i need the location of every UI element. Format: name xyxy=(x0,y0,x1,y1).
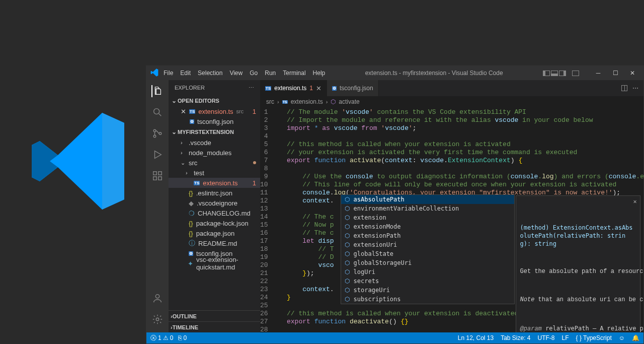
menu-edit[interactable]: Edit xyxy=(180,70,191,77)
status-bell-icon[interactable]: 🔔 xyxy=(632,334,639,341)
layout-controls[interactable] xyxy=(543,71,579,76)
vscode-logo[interactable] xyxy=(28,101,128,222)
sidebar-title: EXPLORER xyxy=(175,85,205,91)
tree-item[interactable]: ⌄src xyxy=(169,158,260,168)
open-editor-item[interactable]: ✕ TS extension.ts src 1 xyxy=(169,106,260,116)
breadcrumb[interactable]: src› TS extension.ts› ⬡ activate xyxy=(260,96,643,107)
app-icon xyxy=(150,68,158,78)
window: File Edit Selection View Go Run Terminal… xyxy=(146,65,644,344)
svg-rect-5 xyxy=(153,177,156,180)
explorer-icon[interactable] xyxy=(151,85,164,97)
tab-bar: TS extension.ts 1 ✕ ⚙ tsconfig.json ⋯ xyxy=(260,80,643,96)
menu-terminal[interactable]: Terminal xyxy=(283,70,305,77)
account-icon[interactable] xyxy=(151,292,164,304)
svg-rect-7 xyxy=(158,172,162,175)
method-icon: ⬡ xyxy=(344,196,351,203)
search-icon[interactable] xyxy=(151,106,164,118)
hint-close-icon[interactable]: ✕ xyxy=(633,198,636,206)
intellisense-item[interactable]: ⬡globalStorageUri xyxy=(341,258,514,267)
extensions-icon[interactable] xyxy=(151,170,164,182)
intellisense-item[interactable]: ⬡extension xyxy=(341,213,514,222)
method-icon: ⬡ xyxy=(344,259,351,266)
window-title: extension.ts - myfirstextension - Visual… xyxy=(325,70,543,77)
tree-item[interactable]: {}.eslintrc.json xyxy=(169,188,260,198)
status-lang[interactable]: { } TypeScript xyxy=(576,334,612,341)
tab-close-icon[interactable]: ✕ xyxy=(316,85,321,92)
intellisense-item[interactable]: ⬡extensionPath xyxy=(341,231,514,240)
tree-item[interactable]: ✦vsc-extension-quickstart.md xyxy=(169,258,260,268)
tab-extension-ts[interactable]: TS extension.ts 1 ✕ xyxy=(260,80,327,96)
split-editor-icon[interactable] xyxy=(621,85,627,91)
svg-point-9 xyxy=(156,318,159,321)
editor-area: TS extension.ts 1 ✕ ⚙ tsconfig.json ⋯ sr… xyxy=(260,80,643,332)
parameter-hint: ✕ (method) ExtensionContext.asAbsolutePa… xyxy=(516,195,640,332)
menu-help[interactable]: Help xyxy=(313,70,326,77)
status-port[interactable]: ⎘ 0 xyxy=(178,334,187,341)
tree-item[interactable]: {}package.json xyxy=(169,228,260,238)
menu-run[interactable]: Run xyxy=(265,70,276,77)
tree-item[interactable]: ◆.vscodeignore xyxy=(169,198,260,208)
intellisense-item[interactable]: ⬡globalState xyxy=(341,249,514,258)
titlebar: File Edit Selection View Go Run Terminal… xyxy=(146,66,643,80)
tab-more-icon[interactable]: ⋯ xyxy=(632,85,638,92)
tree-item[interactable]: ⓘREADME.md xyxy=(169,238,260,248)
tree-item[interactable]: ›test xyxy=(169,168,260,178)
status-bar: ⓧ 1 ⚠ 0 ⎘ 0 Ln 12, Col 13 Tab Size: 4 UT… xyxy=(146,332,643,343)
open-editor-item[interactable]: ⚙ tsconfig.json xyxy=(169,116,260,126)
timeline-header[interactable]: ›TIMELINE xyxy=(169,321,260,332)
method-icon: ⬡ xyxy=(344,287,351,294)
menu-selection[interactable]: Selection xyxy=(198,70,222,77)
method-icon: ⬡ xyxy=(344,278,351,285)
intellisense-popup[interactable]: ⬡asAbsolutePath⬡environmentVariableColle… xyxy=(341,194,515,304)
svg-rect-4 xyxy=(153,172,156,175)
method-icon: ⬡ xyxy=(344,214,351,221)
sidebar-more-icon[interactable]: ⋯ xyxy=(249,85,254,91)
menu-bar: File Edit Selection View Go Run Terminal… xyxy=(164,70,325,77)
intellisense-item[interactable]: ⬡extensionUri xyxy=(341,240,514,249)
tab-tsconfig[interactable]: ⚙ tsconfig.json xyxy=(327,80,379,96)
minimize-button[interactable]: ─ xyxy=(591,68,605,78)
run-debug-icon[interactable] xyxy=(151,149,164,161)
outline-header[interactable]: ›OUTLINE xyxy=(169,310,260,321)
menu-view[interactable]: View xyxy=(229,70,243,77)
tree-item[interactable]: ›.vscode xyxy=(169,137,260,148)
open-editors-header[interactable]: ⌄OPEN EDITORS xyxy=(169,95,260,106)
status-encoding[interactable]: UTF-8 xyxy=(538,334,555,341)
menu-file[interactable]: File xyxy=(164,70,173,77)
intellisense-item[interactable]: ⬡asAbsolutePath xyxy=(341,195,514,204)
tree-item[interactable]: ›node_modules xyxy=(169,148,260,158)
intellisense-item[interactable]: ⬡subscriptions xyxy=(341,295,514,304)
intellisense-item[interactable]: ⬡secrets xyxy=(341,277,514,286)
activity-bar xyxy=(146,80,169,332)
status-errors[interactable]: ⓧ 1 ⚠ 0 xyxy=(150,334,173,342)
intellisense-item[interactable]: ⬡logUri xyxy=(341,267,514,277)
intellisense-item[interactable]: ⬡storageUri xyxy=(341,286,514,295)
status-ln-col[interactable]: Ln 12, Col 13 xyxy=(458,334,494,341)
tree-item[interactable]: ❍CHANGELOG.md xyxy=(169,208,260,218)
status-eol[interactable]: LF xyxy=(562,334,569,341)
sidebar: EXPLORER ⋯ ⌄OPEN EDITORS ✕ TS extension.… xyxy=(169,80,260,332)
status-tabsize[interactable]: Tab Size: 4 xyxy=(501,334,530,341)
method-icon: ⬡ xyxy=(344,250,351,257)
menu-go[interactable]: Go xyxy=(250,70,258,77)
svg-point-2 xyxy=(153,135,156,137)
status-feedback-icon[interactable]: ☺ xyxy=(619,334,625,341)
method-icon: ⬡ xyxy=(344,223,351,230)
settings-icon[interactable] xyxy=(151,313,164,325)
source-control-icon[interactable] xyxy=(151,127,164,140)
intellisense-item[interactable]: ⬡extensionMode xyxy=(341,222,514,231)
tree-item[interactable]: TSextension.ts1 xyxy=(169,178,260,188)
tree-item[interactable]: {}package-lock.json xyxy=(169,218,260,228)
code-editor[interactable]: 1234567891011121314151617181920212223242… xyxy=(260,107,643,332)
close-button[interactable]: ✕ xyxy=(625,68,639,78)
project-header[interactable]: ⌄MYFIRSTEXTENSION xyxy=(169,126,260,137)
method-icon: ⬡ xyxy=(344,296,351,303)
intellisense-item[interactable]: ⬡environmentVariableCollection xyxy=(341,204,514,213)
svg-point-0 xyxy=(154,109,159,114)
svg-point-1 xyxy=(153,129,156,132)
maximize-button[interactable]: ☐ xyxy=(608,68,622,78)
svg-point-8 xyxy=(155,295,159,298)
close-icon[interactable]: ✕ xyxy=(181,108,186,115)
method-icon: ⬡ xyxy=(344,241,351,248)
method-icon: ⬡ xyxy=(344,232,351,239)
